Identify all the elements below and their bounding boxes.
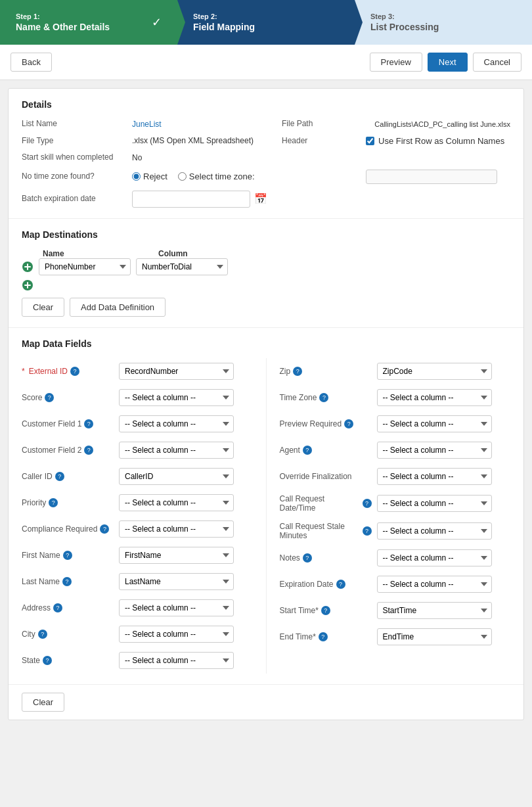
field-select-priority[interactable]: -- Select a column -- bbox=[119, 494, 234, 511]
field-select-score[interactable]: -- Select a column -- bbox=[119, 389, 234, 406]
reject-radio[interactable] bbox=[132, 172, 141, 181]
field-select-right-agent[interactable]: -- Select a column -- bbox=[377, 442, 492, 459]
help-icon-right-zip[interactable]: ? bbox=[293, 367, 302, 376]
field-select-right-time-zone[interactable]: -- Select a column -- bbox=[377, 389, 492, 406]
field-select-first-name[interactable]: FirstName bbox=[119, 547, 234, 564]
list-name-value: JuneList bbox=[132, 120, 277, 129]
field-select-right-expiration-date[interactable]: -- Select a column -- bbox=[377, 576, 492, 593]
field-select-address[interactable]: -- Select a column -- bbox=[119, 599, 234, 616]
help-icon-external-id[interactable]: ? bbox=[70, 367, 79, 376]
main-content: Details List Name JuneList File Path Cal… bbox=[8, 88, 524, 720]
field-select-compliance-required[interactable]: -- Select a column -- bbox=[119, 520, 234, 538]
select-timezone-option[interactable]: Select time zone: bbox=[178, 172, 255, 181]
help-icon-right-preview-required[interactable]: ? bbox=[344, 419, 353, 428]
field-row-left-5: Priority?-- Select a column -- bbox=[22, 490, 253, 516]
field-select-city[interactable]: -- Select a column -- bbox=[119, 626, 234, 643]
preview-button[interactable]: Preview bbox=[370, 53, 422, 72]
field-select-caller-id[interactable]: CallerID bbox=[119, 468, 234, 485]
header-checkbox[interactable] bbox=[366, 137, 374, 145]
help-icon-right-notes[interactable]: ? bbox=[303, 553, 312, 563]
remove-row-icon[interactable] bbox=[22, 261, 33, 273]
field-select-right-preview-required[interactable]: -- Select a column -- bbox=[377, 415, 492, 432]
timezone-input[interactable]: (GMT-05:00) Eastern Time (US & Canada bbox=[366, 170, 497, 184]
help-icon-customer-field-2[interactable]: ? bbox=[84, 446, 93, 455]
help-icon-caller-id[interactable]: ? bbox=[55, 472, 64, 481]
toolbar-right: Preview Next Cancel bbox=[370, 53, 521, 72]
dest-column-select-1[interactable]: NumberToDial bbox=[136, 258, 228, 275]
field-select-right-zip[interactable]: ZipCode bbox=[377, 363, 492, 380]
field-select-customer-field-1[interactable]: -- Select a column -- bbox=[119, 415, 234, 432]
map-dest-clear-button[interactable]: Clear bbox=[22, 298, 64, 317]
field-select-right-end-time*[interactable]: EndTime bbox=[377, 628, 492, 645]
field-select-right-call-request-stale-minutes[interactable]: -- Select a column -- bbox=[377, 522, 492, 540]
field-label-external-id: * External ID? bbox=[22, 367, 114, 376]
help-icon-right-start-time*[interactable]: ? bbox=[321, 606, 330, 615]
field-row-left-2: Customer Field 1?-- Select a column -- bbox=[22, 411, 253, 437]
help-icon-right-call-request-date/time[interactable]: ? bbox=[363, 499, 372, 508]
field-label-address: Address? bbox=[22, 603, 114, 612]
batch-exp-input[interactable] bbox=[132, 191, 250, 208]
help-icon-right-expiration-date[interactable]: ? bbox=[336, 580, 345, 589]
help-icon-state[interactable]: ? bbox=[43, 656, 52, 665]
fields-right-col: Zip?ZipCodeTime Zone?-- Select a column … bbox=[266, 358, 511, 674]
help-icon-city[interactable]: ? bbox=[38, 630, 47, 639]
field-row-left-8: Last Name?LastName bbox=[22, 568, 253, 595]
select-timezone-radio[interactable] bbox=[178, 172, 187, 181]
help-icon-first-name[interactable]: ? bbox=[63, 551, 72, 560]
select-timezone-label: Select time zone: bbox=[189, 172, 255, 181]
help-icon-priority[interactable]: ? bbox=[49, 498, 58, 507]
field-select-external-id[interactable]: RecordNumber bbox=[119, 363, 234, 380]
help-icon-right-agent[interactable]: ? bbox=[303, 446, 312, 455]
field-label-priority: Priority? bbox=[22, 498, 114, 507]
reject-option[interactable]: Reject bbox=[132, 172, 167, 181]
field-label-caller-id: Caller ID? bbox=[22, 472, 114, 481]
field-label-right-call-request-date/time: Call Request Date/Time? bbox=[280, 494, 372, 513]
map-data-fields-grid: * External ID?RecordNumberScore?-- Selec… bbox=[22, 358, 510, 674]
field-select-right-notes[interactable]: -- Select a column -- bbox=[377, 549, 492, 566]
help-icon-address[interactable]: ? bbox=[53, 603, 62, 612]
field-label-first-name: First Name? bbox=[22, 551, 114, 560]
map-data-fields-title: Map Data Fields bbox=[22, 338, 510, 349]
back-button[interactable]: Back bbox=[11, 53, 52, 72]
help-icon-score[interactable]: ? bbox=[45, 393, 54, 402]
toolbar: Back Preview Next Cancel bbox=[0, 45, 532, 80]
help-icon-compliance-required[interactable]: ? bbox=[100, 524, 109, 534]
field-select-right-call-request-date/time[interactable]: -- Select a column -- bbox=[377, 495, 492, 512]
next-button[interactable]: Next bbox=[428, 53, 468, 72]
help-icon-last-name[interactable]: ? bbox=[62, 577, 72, 586]
cancel-button[interactable]: Cancel bbox=[473, 53, 521, 72]
add-dest-row-icon[interactable] bbox=[22, 279, 33, 291]
dest-name-select-1[interactable]: PhoneNumber bbox=[39, 258, 131, 275]
help-icon-right-time-zone[interactable]: ? bbox=[319, 393, 328, 402]
help-icon-customer-field-1[interactable]: ? bbox=[84, 419, 93, 428]
field-label-right-agent: Agent? bbox=[280, 446, 372, 455]
field-label-right-override-finalization: Override Finalization bbox=[280, 472, 372, 481]
bottom-clear-button[interactable]: Clear bbox=[22, 693, 64, 712]
field-row-right-8: Expiration Date?-- Select a column -- bbox=[280, 571, 511, 597]
field-select-right-start-time*[interactable]: StartTime bbox=[377, 602, 492, 619]
help-icon-right-call-request-stale-minutes[interactable]: ? bbox=[363, 526, 372, 536]
field-select-state[interactable]: -- Select a column -- bbox=[119, 652, 234, 669]
field-label-right-start-time*: Start Time*? bbox=[280, 606, 372, 615]
map-dest-actions: Clear Add Data Definition bbox=[22, 298, 510, 317]
bottom-clear-section: Clear bbox=[9, 685, 523, 720]
field-label-right-zip: Zip? bbox=[280, 367, 372, 376]
field-label-customer-field-1: Customer Field 1? bbox=[22, 419, 114, 428]
help-icon-right-end-time*[interactable]: ? bbox=[319, 632, 328, 641]
add-data-def-button[interactable]: Add Data Definition bbox=[70, 298, 166, 317]
start-skill-value: No bbox=[132, 153, 277, 162]
details-grid: List Name JuneList File Path CallingList… bbox=[22, 119, 510, 208]
file-path-label: File Path bbox=[282, 119, 361, 129]
field-select-customer-field-2[interactable]: -- Select a column -- bbox=[119, 442, 234, 459]
map-dest-col-labels: Name Column bbox=[43, 249, 510, 258]
field-label-customer-field-2: Customer Field 2? bbox=[22, 446, 114, 455]
reject-label: Reject bbox=[143, 172, 167, 181]
step-2-title: Field Mapping bbox=[193, 22, 255, 32]
batch-exp-label: Batch expiration date bbox=[22, 194, 127, 204]
field-select-right-override-finalization[interactable]: -- Select a column -- bbox=[377, 468, 492, 485]
field-row-right-3: Agent?-- Select a column -- bbox=[280, 437, 511, 463]
field-select-last-name[interactable]: LastName bbox=[119, 573, 234, 590]
col-name-label: Name bbox=[43, 249, 135, 258]
calendar-icon[interactable]: 📅 bbox=[254, 193, 267, 205]
field-label-right-call-request-stale-minutes: Call Request Stale Minutes? bbox=[280, 522, 372, 540]
